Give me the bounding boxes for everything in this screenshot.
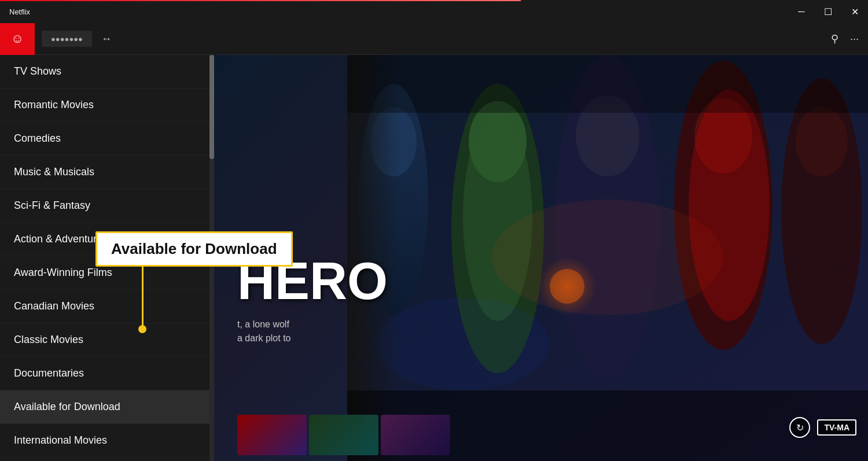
scrollbar-thumb[interactable]: [209, 55, 214, 159]
annotation-container: Available for Download: [95, 231, 293, 267]
rating-badge: TV-MA: [817, 419, 856, 436]
sidebar-label-comedies: Comedies: [14, 132, 61, 145]
back-arrow-icon: ↔: [101, 33, 112, 45]
sidebar-label-action-adventure: Action & Adventure: [14, 233, 102, 245]
hero-desc-line1: t, a lone wolf: [237, 319, 289, 329]
sidebar-item-international-movies[interactable]: International Movies: [0, 424, 214, 458]
close-button[interactable]: ✕: [841, 0, 868, 23]
search-icon[interactable]: ⚲: [831, 32, 838, 45]
hero-badges: ↻ TV-MA: [789, 417, 856, 438]
netflix-logo-icon: ☺: [6, 28, 28, 50]
more-options-icon[interactable]: ···: [850, 33, 859, 45]
annotation-line: [142, 267, 144, 330]
svg-point-12: [796, 107, 848, 176]
sidebar-item-available-download[interactable]: Available for Download: [0, 390, 214, 424]
sidebar-item-music-musicals[interactable]: Music & Musicals: [0, 156, 214, 189]
header-right-controls: ⚲ ···: [831, 32, 868, 45]
sidebar-item-documentaries[interactable]: Documentaries: [0, 357, 214, 390]
maximize-button[interactable]: ☐: [815, 0, 841, 23]
back-button[interactable]: ↔: [101, 33, 112, 45]
hero-desc-line2: a dark plot to: [237, 333, 291, 343]
sidebar-label-sci-fi-fantasy: Sci-Fi & Fantasy: [14, 200, 90, 212]
sidebar-label-available-download: Available for Download: [14, 401, 120, 413]
sidebar-item-canadian-movies[interactable]: Canadian Movies: [0, 290, 214, 323]
sidebar-label-award-winning: Award-Winning Films: [14, 267, 112, 279]
annotation-label: Available for Download: [111, 240, 277, 257]
sidebar-item-comedies[interactable]: Comedies: [0, 122, 214, 156]
sidebar-label-tv-shows: TV Shows: [14, 65, 61, 78]
profile-selector[interactable]: ●●●●●●●: [42, 31, 92, 47]
svg-point-15: [492, 200, 723, 315]
sidebar-item-sci-fi-fantasy[interactable]: Sci-Fi & Fantasy: [0, 189, 214, 223]
sidebar-label-romantic-movies: Romantic Movies: [14, 99, 94, 111]
sidebar-label-documentaries: Documentaries: [14, 367, 84, 379]
app-header: ☺ ●●●●●●● ↔ ⚲ ···: [0, 23, 868, 55]
hero-description: t, a lone wolf a dark plot to: [237, 318, 388, 345]
sidebar-label-music-musicals: Music & Musicals: [14, 166, 94, 178]
netflix-logo: ☺: [0, 23, 35, 55]
thumbnail-item[interactable]: [237, 415, 307, 455]
sidebar-label-canadian-movies: Canadian Movies: [14, 300, 94, 312]
hero-image: [347, 55, 868, 461]
annotation-dot: [138, 325, 146, 333]
thumbnail-item[interactable]: [309, 415, 378, 455]
title-bar: Netflix ─ ☐ ✕: [0, 0, 868, 23]
refresh-icon: ↻: [796, 422, 804, 433]
loading-bar: [0, 0, 521, 1]
sidebar-item-romantic-movies[interactable]: Romantic Movies: [0, 88, 214, 122]
thumbnail-strip: [237, 409, 868, 461]
annotation-box: Available for Download: [95, 231, 293, 267]
main-content: AME A HERO t, a lone wolf a dark plot to…: [214, 55, 868, 461]
sidebar-label-international-movies: International Movies: [14, 434, 107, 447]
thumbnail-item[interactable]: [381, 415, 450, 455]
window-title: Netflix: [0, 8, 788, 16]
logo-face-icon: ☺: [11, 31, 24, 46]
sidebar-item-tv-shows[interactable]: TV Shows: [0, 55, 214, 88]
sidebar-item-classic-movies[interactable]: Classic Movies: [0, 323, 214, 357]
sidebar-label-classic-movies: Classic Movies: [14, 334, 83, 346]
refresh-button[interactable]: ↻: [789, 417, 810, 438]
window-controls: ─ ☐ ✕: [788, 0, 868, 23]
svg-rect-19: [347, 55, 868, 113]
profile-label: ●●●●●●●: [51, 35, 83, 43]
minimize-button[interactable]: ─: [788, 0, 815, 23]
